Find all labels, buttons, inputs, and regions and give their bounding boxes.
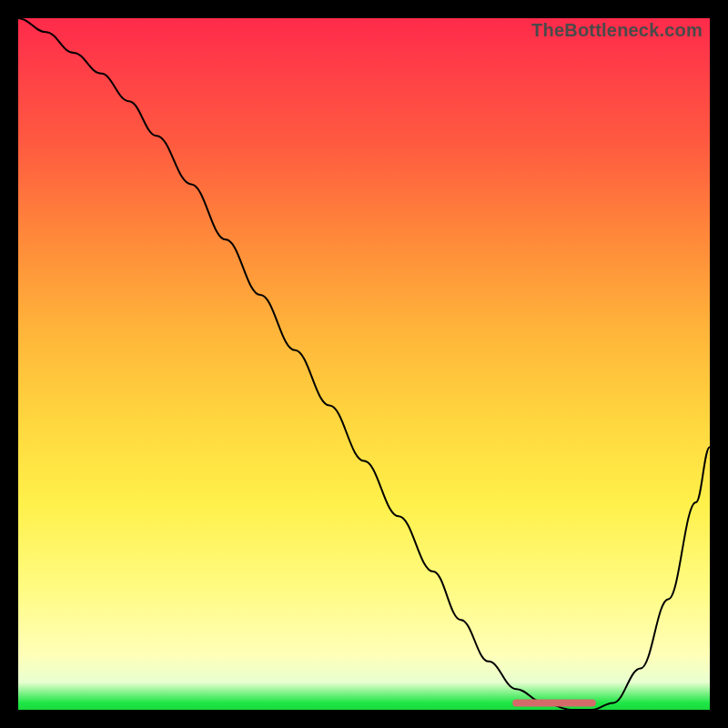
bottleneck-curve bbox=[18, 18, 710, 710]
chart-curve-layer bbox=[18, 18, 710, 710]
chart-frame: TheBottleneck.com bbox=[18, 18, 710, 710]
